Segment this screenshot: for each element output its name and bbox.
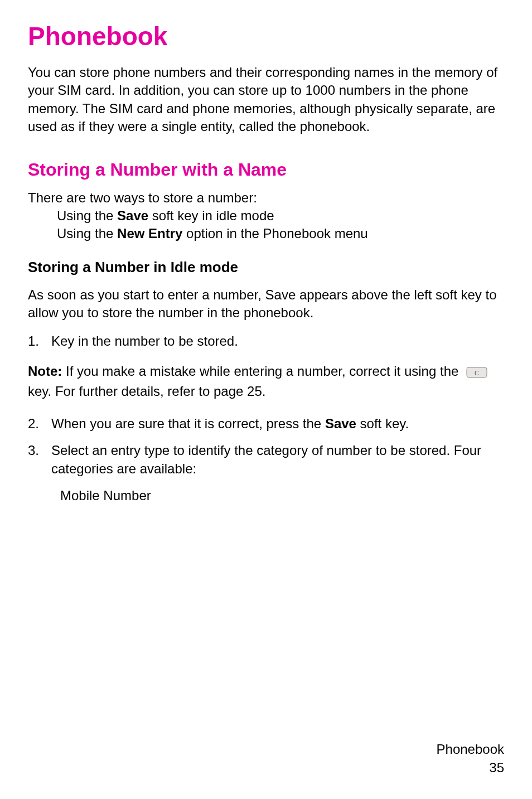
- note-label: Note:: [28, 364, 62, 379]
- intro-paragraph: You can store phone numbers and their co…: [28, 64, 504, 136]
- list-text-pre: Using the: [57, 226, 117, 241]
- subheading-idle-mode: Storing a Number in Idle mode: [28, 259, 504, 276]
- list-text-bold: New Entry: [117, 226, 182, 241]
- section-lead: There are two ways to store a number:: [28, 189, 504, 207]
- note-post: key. For further details, refer to page …: [28, 384, 265, 399]
- step-text: When you are sure that it is correct, pr…: [51, 415, 504, 433]
- list-item: Using the New Entry option in the Phoneb…: [57, 225, 504, 243]
- chapter-title: Phonebook: [28, 21, 504, 51]
- idle-mode-paragraph: As soon as you start to enter a number, …: [28, 286, 504, 322]
- list-item: Using the Save soft key in idle mode: [57, 207, 504, 225]
- list-text-pre: Using the: [57, 208, 117, 223]
- step-number: 3.: [28, 442, 51, 478]
- list-text-post: option in the Phonebook menu: [182, 226, 367, 241]
- step-text: Key in the number to be stored.: [51, 332, 504, 350]
- step-text-post: soft key.: [356, 416, 409, 431]
- note-block: Note: If you make a mistake while enteri…: [28, 361, 504, 401]
- step-number: 2.: [28, 415, 51, 433]
- list-text-bold: Save: [117, 208, 148, 223]
- footer-page-number: 35: [437, 759, 504, 777]
- category-mobile-number: Mobile Number: [28, 487, 504, 505]
- svg-text:C: C: [475, 369, 479, 377]
- step-3: 3. Select an entry type to identify the …: [28, 442, 504, 478]
- section-heading-storing: Storing a Number with a Name: [28, 159, 504, 180]
- step-2: 2. When you are sure that it is correct,…: [28, 415, 504, 433]
- note-pre: If you make a mistake while entering a n…: [62, 364, 462, 379]
- step-text-pre: When you are sure that it is correct, pr…: [51, 416, 325, 431]
- step-text-bold: Save: [325, 416, 356, 431]
- c-key-icon: C: [466, 366, 488, 379]
- ways-list: Using the Save soft key in idle mode Usi…: [28, 207, 504, 243]
- page-footer: Phonebook 35: [437, 740, 504, 777]
- list-text-post: soft key in idle mode: [148, 208, 274, 223]
- step-text: Select an entry type to identify the cat…: [51, 442, 504, 478]
- step-number: 1.: [28, 332, 51, 350]
- footer-chapter-label: Phonebook: [437, 740, 504, 758]
- step-1: 1. Key in the number to be stored.: [28, 332, 504, 350]
